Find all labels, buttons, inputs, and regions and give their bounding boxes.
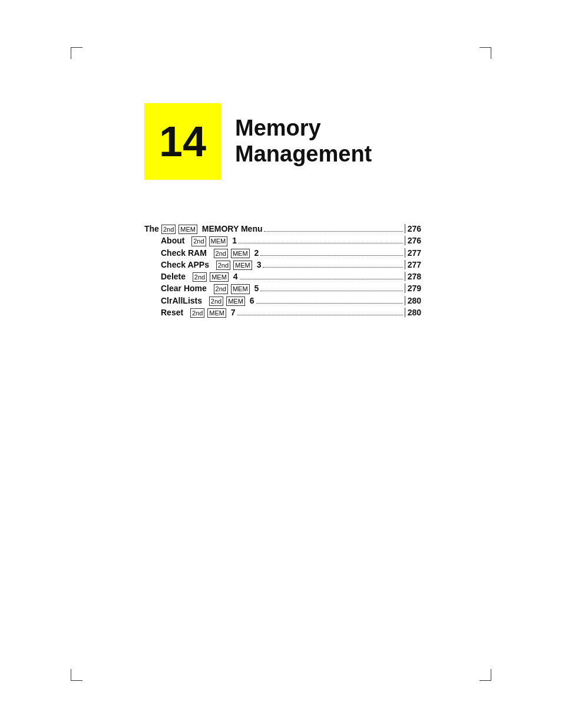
- toc-dots: [240, 279, 403, 279]
- toc-page: 280: [405, 296, 421, 305]
- toc-page: 276: [405, 224, 421, 233]
- toc-dots: [260, 255, 402, 256]
- toc-entry-delete: Delete 2nd MEM 4 278: [144, 272, 421, 282]
- toc-entry-clear-home: Clear Home 2nd MEM 5 279: [144, 284, 421, 294]
- kbd-2nd: 2nd: [191, 236, 206, 246]
- kbd-mem: MEM: [231, 249, 250, 258]
- chapter-number: 14: [159, 120, 206, 163]
- kbd-2nd: 2nd: [209, 297, 223, 306]
- page-mark-bottom-left: [71, 669, 82, 681]
- page-mark-top-right: [480, 47, 491, 59]
- kbd-2nd: 2nd: [216, 261, 230, 270]
- toc-dots: [237, 315, 403, 315]
- toc-dots: [263, 267, 402, 268]
- kbd-2nd: 2nd: [161, 225, 176, 234]
- toc-page: 277: [405, 260, 421, 269]
- kbd-mem: MEM: [207, 308, 226, 318]
- kbd-mem: MEM: [226, 297, 245, 306]
- toc-entry-clralllists: ClrAllLists 2nd MEM 6 280: [144, 296, 421, 306]
- toc-entry-memory-menu: The 2nd MEM MEMORY Menu 276: [144, 224, 421, 234]
- kbd-mem: MEM: [209, 236, 228, 246]
- table-of-contents: The 2nd MEM MEMORY Menu 276 About 2nd ME…: [144, 224, 421, 319]
- toc-dots: [264, 231, 402, 232]
- kbd-2nd: 2nd: [193, 272, 207, 282]
- kbd-mem: MEM: [233, 261, 252, 270]
- toc-page: 279: [405, 284, 421, 293]
- toc-entry-about: About 2nd MEM 1 276: [144, 236, 421, 246]
- toc-page: 276: [405, 236, 421, 245]
- page-mark-top-left: [71, 47, 82, 59]
- kbd-2nd: 2nd: [190, 308, 204, 318]
- toc-entry-reset: Reset 2nd MEM 7 280: [144, 308, 421, 318]
- toc-page: 280: [405, 308, 421, 317]
- kbd-mem: MEM: [210, 272, 229, 282]
- kbd-2nd: 2nd: [214, 249, 228, 258]
- kbd-2nd: 2nd: [214, 284, 228, 294]
- kbd-mem: MEM: [231, 284, 250, 294]
- chapter-header: 14 Memory Management: [144, 103, 372, 180]
- toc-page: 277: [405, 248, 421, 258]
- toc-entry-check-apps: Check APPs 2nd MEM 3 277: [144, 260, 421, 270]
- toc-dots: [260, 291, 402, 291]
- toc-page: 278: [405, 272, 421, 281]
- toc-entry-check-ram: Check RAM 2nd MEM 2 277: [144, 248, 421, 258]
- chapter-title: Memory Management: [235, 116, 372, 167]
- page-mark-bottom-right: [480, 669, 491, 681]
- toc-dots: [256, 303, 403, 304]
- chapter-number-box: 14: [144, 103, 221, 180]
- toc-dots: [239, 243, 403, 243]
- kbd-mem: MEM: [178, 225, 197, 234]
